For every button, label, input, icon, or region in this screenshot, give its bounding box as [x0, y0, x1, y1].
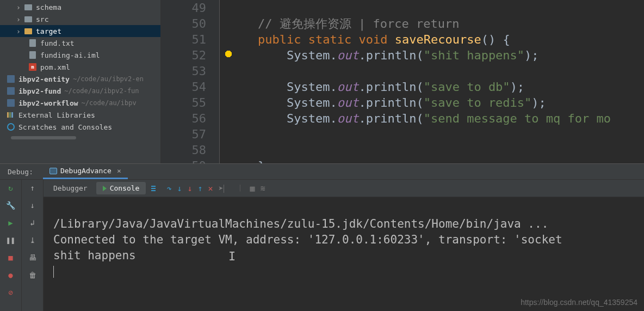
folder-icon [24, 16, 33, 22]
play-icon [103, 186, 107, 191]
drop-frame-icon[interactable]: ✕ [208, 184, 213, 193]
trash-icon[interactable]: 🗑 [27, 269, 39, 281]
code-editor[interactable]: 49 50 51 52 53 54 55 56 57 58 59 // 避免操作… [161, 0, 644, 163]
down-arrow-icon[interactable]: ↓ [27, 199, 39, 211]
tree-row-libraries[interactable]: External Libraries [0, 109, 160, 121]
tree-row-iml[interactable]: funding-ai.iml [0, 49, 160, 61]
tree-row-scratches[interactable]: Scratches and Consoles [0, 121, 160, 133]
tree-row-fundtxt[interactable]: fund.txt [0, 37, 160, 49]
force-step-into-icon[interactable]: ↓ [187, 184, 192, 193]
project-sidebar[interactable]: › schema › src › target fund.txt funding… [0, 0, 161, 163]
step-into-icon[interactable]: ↓ [177, 184, 182, 193]
wrench-icon[interactable]: 🔧 [5, 199, 17, 211]
tree-label: src [36, 15, 48, 23]
tree-label: Scratches and Consoles [18, 123, 112, 131]
debug-toolbar: ↻ 🔧 ▶ ❚❚ ■ ● ⊘ [0, 180, 22, 311]
console-line: Connected to the target VM, address: '12… [53, 233, 562, 246]
debug-panel: Debug: DebugAdvance × ↻ 🔧 ▶ ❚❚ ■ ● ⊘ ↑ ↓… [0, 163, 644, 311]
code-comment: // 避免操作资源 | force return [258, 17, 459, 31]
sidebar-scrollbar[interactable] [4, 136, 156, 141]
debug-title: Debug: [8, 168, 33, 176]
line-number: 54 [161, 79, 206, 95]
soft-wrap-icon[interactable]: ↲ [27, 217, 39, 229]
tree-label: fund.txt [40, 39, 75, 47]
tree-row-target[interactable]: › target [0, 25, 160, 37]
run-config-icon [49, 168, 57, 174]
tree-label: target [36, 27, 61, 35]
chevron-right-icon: › [16, 3, 22, 11]
rerun-icon[interactable]: ↻ [5, 182, 17, 194]
tree-label: schema [36, 3, 61, 11]
console-output[interactable]: /Library/Java/JavaVirtualMachines/zulu-1… [44, 197, 644, 311]
tree-path: ~/code/au/ibpv2-en [73, 75, 144, 83]
tree-label: ibpv2-entity [18, 75, 70, 83]
line-number: 55 [161, 95, 206, 111]
threads-icon[interactable] [151, 186, 156, 191]
line-number: 57 [161, 126, 206, 142]
step-over-icon[interactable]: ↷ [166, 184, 171, 193]
text-cursor-icon: I [228, 248, 236, 264]
line-number: 56 [161, 111, 206, 126]
debug-config-tab[interactable]: DebugAdvance × [43, 164, 128, 179]
editor-gutter[interactable]: 49 50 51 52 53 54 55 56 57 58 59 [161, 0, 220, 163]
scratches-icon [7, 123, 15, 131]
chevron-right-icon: › [16, 27, 22, 35]
tree-label: pom.xml [40, 63, 70, 71]
line-number: 50 [161, 16, 206, 32]
tree-row-src[interactable]: › src [0, 13, 160, 25]
libraries-icon [7, 112, 15, 118]
line-number: 51 [161, 32, 206, 47]
tree-row-fund[interactable]: ibpv2-fund ~/code/au/ibpv2-fun [0, 85, 160, 97]
code-area[interactable]: // 避免操作资源 | force return public static v… [220, 0, 644, 163]
line-number: 53 [161, 63, 206, 79]
step-out-icon[interactable]: ↑ [198, 184, 203, 193]
line-number: 58 [161, 142, 206, 158]
debugger-tab[interactable]: Debugger [47, 182, 94, 194]
debug-header: Debug: DebugAdvance × [0, 164, 644, 180]
tree-row-pom[interactable]: m pom.xml [0, 61, 160, 73]
print-icon[interactable]: 🖶 [27, 252, 39, 264]
breakpoints-icon[interactable]: ● [5, 269, 17, 281]
file-icon [28, 39, 37, 47]
line-number: 49 [161, 0, 206, 16]
tree-label: ibpv2-fund [18, 87, 61, 95]
file-icon [28, 51, 37, 59]
scroll-to-end-icon[interactable]: ⤓ [27, 234, 39, 246]
watermark-text: https://blog.csdn.net/qq_41359254 [521, 298, 637, 307]
module-icon [7, 99, 15, 107]
evaluate-icon[interactable]: ▦ [250, 184, 255, 193]
tree-row-entity[interactable]: ibpv2-entity ~/code/au/ibpv2-en [0, 73, 160, 85]
trace-icon[interactable]: ≋ [260, 184, 265, 193]
maven-icon: m [28, 63, 37, 71]
console-toolbar: ↑ ↓ ↲ ⤓ 🖶 🗑 [22, 180, 44, 311]
pause-icon[interactable]: ❚❚ [5, 234, 17, 246]
tree-label: External Libraries [18, 111, 95, 119]
tree-path: ~/code/au/ibpv2-fun [64, 87, 139, 95]
text-caret [53, 266, 54, 278]
mute-breakpoints-icon[interactable]: ⊘ [5, 286, 17, 298]
debug-config-label: DebugAdvance [60, 167, 112, 175]
up-arrow-icon[interactable]: ↑ [27, 182, 39, 194]
console-line: /Library/Java/JavaVirtualMachines/zulu-1… [53, 217, 548, 230]
run-to-cursor-icon[interactable]: ➤⎸ [219, 184, 231, 193]
module-icon [7, 87, 15, 95]
tree-label: funding-ai.iml [40, 51, 100, 59]
tree-row-workflow[interactable]: ibpv2-workflow ~/code/au/ibpv [0, 97, 160, 109]
folder-icon [24, 4, 33, 10]
console-tab[interactable]: Console [96, 182, 146, 194]
module-icon [7, 75, 15, 83]
tree-row-schema[interactable]: › schema [0, 1, 160, 13]
console-line: shit happens [53, 249, 136, 262]
close-icon[interactable]: × [117, 167, 121, 175]
resume-icon[interactable]: ▶ [5, 217, 17, 229]
debug-sub-tabs: Debugger Console ↷ ↓ ↓ ↑ ✕ ➤⎸ | ▦ ≋ [44, 180, 644, 197]
line-number: 52 [161, 47, 206, 63]
intention-bulb-icon[interactable] [224, 50, 233, 58]
tree-label: ibpv2-workflow [18, 99, 78, 107]
chevron-right-icon: › [16, 15, 22, 23]
tree-path: ~/code/au/ibpv [82, 99, 137, 107]
stop-icon[interactable]: ■ [5, 252, 17, 264]
step-toolbar: ↷ ↓ ↓ ↑ ✕ ➤⎸ | ▦ ≋ [166, 184, 265, 193]
folder-icon [24, 28, 33, 34]
